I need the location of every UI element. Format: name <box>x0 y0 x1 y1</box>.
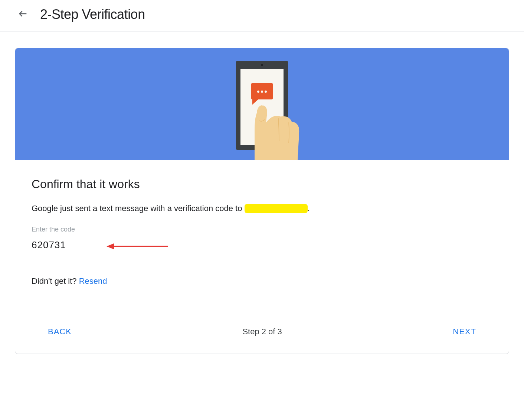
code-input[interactable] <box>32 237 150 254</box>
card-title: Confirm that it works <box>32 177 492 191</box>
redacted-phone-number <box>245 204 308 213</box>
svg-point-8 <box>265 91 267 93</box>
back-arrow-icon[interactable] <box>18 9 28 20</box>
card-content: Confirm that it works Google just sent a… <box>15 160 509 354</box>
page-title: 2-Step Verification <box>40 7 145 22</box>
next-button[interactable]: NEXT <box>451 323 478 340</box>
code-input-label: Enter the code <box>32 226 150 233</box>
back-button[interactable]: BACK <box>46 323 73 340</box>
description-suffix: . <box>308 204 310 213</box>
svg-point-3 <box>261 64 263 66</box>
resend-link[interactable]: Resend <box>79 276 107 286</box>
svg-point-6 <box>257 91 259 93</box>
description-text: Google just sent a text message with a v… <box>32 203 492 214</box>
description-prefix: Google just sent a text message with a v… <box>32 204 245 213</box>
verification-card: Confirm that it works Google just sent a… <box>15 48 509 354</box>
resend-prompt: Didn't get it? <box>32 276 79 286</box>
resend-row: Didn't get it? Resend <box>32 276 492 286</box>
code-input-wrap: Enter the code <box>32 226 150 254</box>
svg-point-7 <box>261 91 263 93</box>
step-indicator: Step 2 of 3 <box>242 327 282 337</box>
card-footer: BACK Step 2 of 3 NEXT <box>32 323 492 340</box>
hero-illustration <box>15 48 509 160</box>
page-header: 2-Step Verification <box>0 0 524 32</box>
